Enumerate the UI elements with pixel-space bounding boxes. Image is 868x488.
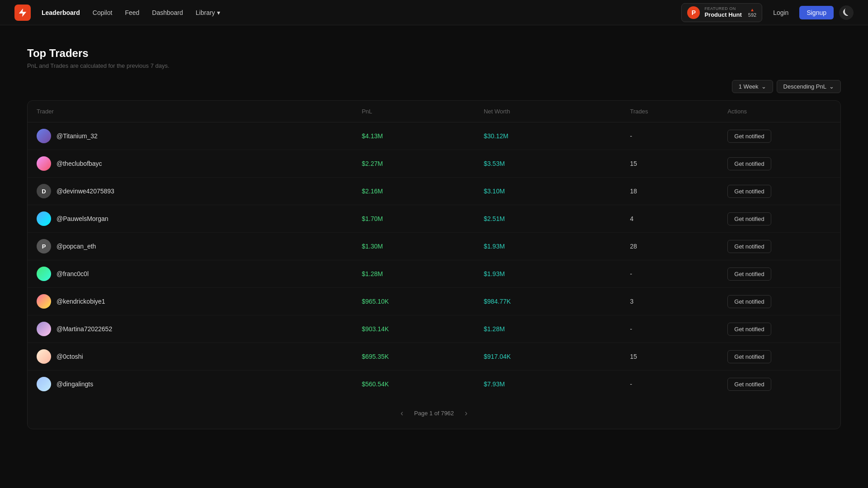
trader-username[interactable]: @Titanium_32 [57, 132, 98, 140]
net-worth-value: $1.93M [475, 260, 621, 288]
trades-value: 15 [621, 343, 719, 371]
ph-votes: ▲ 592 [748, 7, 756, 18]
signup-button[interactable]: Signup [799, 6, 834, 19]
actions-cell: Get notified [718, 260, 840, 288]
table-body: @Titanium_32 $4.13M $30.12M - Get notifi… [28, 122, 840, 398]
avatar [37, 322, 51, 336]
pnl-value: $1.70M [353, 205, 475, 233]
avatar [37, 129, 51, 143]
theme-toggle-button[interactable]: ⏾ [839, 5, 854, 20]
nav-feed[interactable]: Feed [125, 9, 139, 16]
trader-username[interactable]: @theclubofbayc [57, 160, 102, 167]
sort-filter[interactable]: Descending PnL ⌄ [777, 80, 841, 93]
pnl-value: $965.10K [353, 288, 475, 315]
trades-value: - [621, 371, 719, 398]
get-notified-button[interactable]: Get notified [727, 212, 771, 225]
login-button[interactable]: Login [768, 6, 794, 19]
prev-page-button[interactable]: ‹ [397, 407, 407, 420]
actions-cell: Get notified [718, 315, 840, 343]
trader-username[interactable]: @PauwelsMorgan [57, 215, 108, 222]
trader-username[interactable]: @Martina72022652 [57, 325, 112, 333]
col-header-trader: Trader [28, 101, 353, 122]
trades-value: 4 [621, 205, 719, 233]
net-worth-value: $984.77K [475, 288, 621, 315]
nav-leaderboard[interactable]: Leaderboard [42, 9, 80, 16]
trader-username[interactable]: @dingalingts [57, 380, 93, 388]
avatar [37, 211, 51, 226]
get-notified-button[interactable]: Get notified [727, 185, 771, 198]
col-header-trades: Trades [621, 101, 719, 122]
trades-value: 3 [621, 288, 719, 315]
get-notified-button[interactable]: Get notified [727, 350, 771, 363]
get-notified-button[interactable]: Get notified [727, 323, 771, 336]
actions-cell: Get notified [718, 150, 840, 178]
net-worth-value: $3.10M [475, 178, 621, 205]
table-header: Trader PnL Net Worth Trades Actions [28, 101, 840, 122]
actions-cell: Get notified [718, 371, 840, 398]
nav-dashboard[interactable]: Dashboard [152, 9, 183, 16]
get-notified-button[interactable]: Get notified [727, 378, 771, 391]
trader-username[interactable]: @franc0c0l [57, 270, 89, 277]
pnl-value: $2.27M [353, 150, 475, 178]
actions-cell: Get notified [718, 343, 840, 371]
nav-library[interactable]: Library ▾ [196, 9, 220, 16]
get-notified-button[interactable]: Get notified [727, 157, 771, 170]
next-page-button[interactable]: › [461, 407, 471, 420]
get-notified-button[interactable]: Get notified [727, 130, 771, 143]
pagination: ‹ Page 1 of 7962 › [28, 398, 840, 429]
logo[interactable] [14, 5, 31, 21]
logo-icon [18, 8, 28, 18]
period-filter[interactable]: 1 Week ⌄ [732, 80, 773, 93]
actions-cell: Get notified [718, 178, 840, 205]
ph-icon: P [687, 6, 700, 19]
trader-cell-4: @PauwelsMorgan [28, 205, 353, 233]
col-header-networth: Net Worth [475, 101, 621, 122]
table-row: @franc0c0l $1.28M $1.93M - Get notified [28, 260, 840, 288]
trades-value: 15 [621, 150, 719, 178]
trader-username[interactable]: @devinwe42075893 [57, 188, 114, 195]
trader-cell-5: P @popcan_eth [28, 233, 353, 260]
pnl-value: $1.28M [353, 260, 475, 288]
trader-username[interactable]: @popcan_eth [57, 243, 96, 250]
net-worth-value: $1.28M [475, 315, 621, 343]
net-worth-value: $3.53M [475, 150, 621, 178]
get-notified-button[interactable]: Get notified [727, 267, 771, 281]
table-row: D @devinwe42075893 $2.16M $3.10M 18 Get … [28, 178, 840, 205]
page-title: Top Traders [27, 47, 841, 60]
net-worth-value: $7.93M [475, 371, 621, 398]
pnl-value: $903.14K [353, 315, 475, 343]
get-notified-button[interactable]: Get notified [727, 295, 771, 308]
net-worth-value: $1.93M [475, 233, 621, 260]
table-row: @PauwelsMorgan $1.70M $2.51M 4 Get notif… [28, 205, 840, 233]
table-row: P @popcan_eth $1.30M $1.93M 28 Get notif… [28, 233, 840, 260]
get-notified-button[interactable]: Get notified [727, 240, 771, 253]
table-row: @0ctoshi $695.35K $917.04K 15 Get notifi… [28, 343, 840, 371]
main-content: Top Traders PnL and Trades are calculate… [0, 25, 868, 456]
trader-cell-1: @Titanium_32 [28, 122, 353, 150]
col-header-actions: Actions [718, 101, 840, 122]
filters-bar: 1 Week ⌄ Descending PnL ⌄ [27, 80, 841, 93]
ph-text: FEATURED ON Product Hunt [704, 6, 741, 18]
avatar [37, 349, 51, 364]
trader-username[interactable]: @0ctoshi [57, 353, 83, 360]
net-worth-value: $2.51M [475, 205, 621, 233]
pnl-value: $695.35K [353, 343, 475, 371]
trader-cell-3: D @devinwe42075893 [28, 178, 353, 205]
actions-cell: Get notified [718, 288, 840, 315]
product-hunt-badge[interactable]: P FEATURED ON Product Hunt ▲ 592 [681, 3, 762, 22]
pnl-value: $1.30M [353, 233, 475, 260]
upvote-icon: ▲ [750, 7, 755, 12]
trades-value: - [621, 122, 719, 150]
avatar [37, 294, 51, 309]
actions-cell: Get notified [718, 205, 840, 233]
pnl-value: $560.54K [353, 371, 475, 398]
trader-username[interactable]: @kendrickobiye1 [57, 298, 105, 305]
nav-copilot[interactable]: Copilot [93, 9, 113, 16]
chevron-down-icon: ⌄ [829, 83, 834, 90]
pnl-value: $2.16M [353, 178, 475, 205]
trades-value: - [621, 260, 719, 288]
traders-table-container: Trader PnL Net Worth Trades Actions @Tit… [27, 100, 841, 429]
trades-value: 28 [621, 233, 719, 260]
trades-value: - [621, 315, 719, 343]
trader-cell-8: @Martina72022652 [28, 315, 353, 343]
